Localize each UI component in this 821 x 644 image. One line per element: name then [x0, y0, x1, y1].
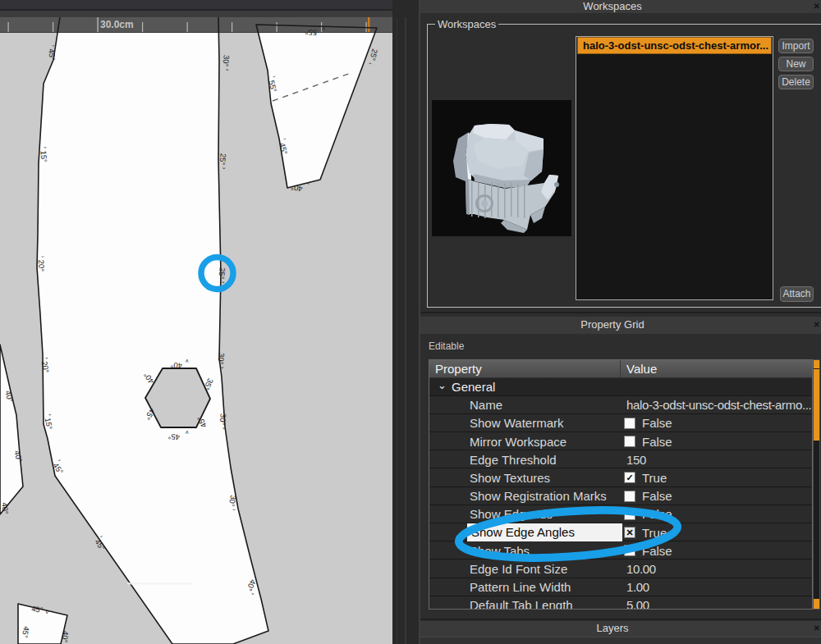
- svg-text:30°: 30°: [216, 353, 226, 365]
- svg-text:45°: 45°: [167, 432, 180, 441]
- svg-text:20°: 20°: [37, 260, 47, 272]
- svg-text:40°: 40°: [170, 360, 182, 370]
- svg-text:25°: 25°: [217, 267, 227, 280]
- svg-text:55°: 55°: [305, 27, 317, 37]
- svg-text:15°: 15°: [39, 150, 49, 162]
- svg-text:45°: 45°: [47, 48, 57, 61]
- svg-text:25°: 25°: [218, 153, 227, 166]
- svg-text:30°: 30°: [218, 413, 227, 426]
- svg-text:45°: 45°: [31, 604, 44, 614]
- svg-text:30.0cm: 30.0cm: [100, 19, 134, 30]
- svg-text:30°: 30°: [221, 55, 231, 67]
- svg-text:40°: 40°: [0, 502, 10, 514]
- svg-text:40°: 40°: [60, 631, 70, 643]
